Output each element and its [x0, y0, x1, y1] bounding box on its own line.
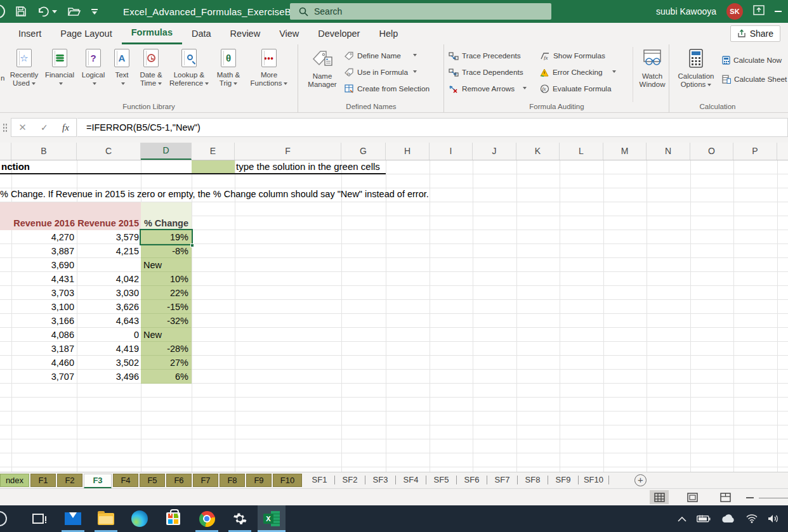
open-file-icon[interactable]: [67, 6, 81, 17]
formula-input[interactable]: =IFERROR(B5/C5-1,"New"): [77, 118, 788, 137]
date-time-button[interactable]: Date & Time: [135, 48, 167, 88]
worksheet-grid[interactable]: nction type the solution in the green ce…: [0, 160, 788, 472]
calculation-options-button[interactable]: Calculation Options: [675, 48, 717, 89]
lookup-reference-button[interactable]: Lookup & Reference: [167, 48, 211, 88]
task-view-icon[interactable]: [24, 505, 52, 532]
settings-icon[interactable]: [226, 505, 254, 532]
name-manager-button[interactable]: Name Manager: [304, 48, 341, 89]
page-layout-view-button[interactable]: [683, 490, 702, 504]
create-from-selection-button[interactable]: Create from Selection: [345, 84, 430, 93]
cell-revenue-2015[interactable]: 3,030: [77, 286, 141, 300]
tab-data[interactable]: Data: [182, 23, 221, 44]
cell-revenue-2015[interactable]: 0: [77, 328, 141, 342]
column-header-partial[interactable]: [777, 143, 788, 160]
header-percent-change[interactable]: % Change: [141, 216, 192, 230]
cell-revenue-2016[interactable]: 3,690: [11, 258, 77, 272]
sheet-tab-sf3[interactable]: SF3: [365, 474, 395, 487]
onedrive-cloud-icon[interactable]: [721, 514, 736, 523]
cell-revenue-2015[interactable]: 3,496: [77, 370, 141, 384]
recently-used-button[interactable]: ☆ Recently Used: [6, 48, 42, 88]
minimize-button[interactable]: [775, 11, 782, 12]
sheet-tab-sf1[interactable]: SF1: [305, 474, 334, 487]
cell-revenue-2016[interactable]: 3,166: [11, 314, 77, 328]
sheet-tab-index[interactable]: ndex: [0, 474, 29, 487]
undo-button[interactable]: [37, 6, 57, 17]
tray-chevron-up-icon[interactable]: [678, 516, 686, 522]
sheet-tab-sf4[interactable]: SF4: [396, 474, 426, 487]
text-button[interactable]: A Text: [109, 48, 135, 88]
tab-view[interactable]: View: [270, 23, 308, 44]
column-header-j[interactable]: J: [473, 143, 516, 160]
cell-revenue-2016[interactable]: 3,703: [11, 286, 77, 300]
page-break-preview-button[interactable]: [716, 490, 735, 504]
battery-icon[interactable]: [697, 515, 711, 522]
calculate-sheet-button[interactable]: Calculate Sheet: [722, 75, 787, 84]
microsoft-store-icon[interactable]: [159, 505, 187, 532]
show-formulas-button[interactable]: fx Show Formulas: [540, 51, 605, 60]
trace-precedents-button[interactable]: Trace Precedents: [449, 51, 521, 60]
cell-revenue-2016[interactable]: 3,100: [11, 300, 77, 314]
search-box[interactable]: Search: [290, 3, 551, 20]
chrome-icon[interactable]: [193, 505, 221, 532]
sheet-tab-sf7[interactable]: SF7: [487, 474, 517, 487]
define-name-button[interactable]: Define Name: [345, 51, 417, 60]
cell-percent-change[interactable]: 6%: [141, 370, 192, 384]
calculate-now-button[interactable]: Calculate Now: [722, 56, 782, 65]
cell-revenue-2016[interactable]: 4,431: [11, 272, 77, 286]
watch-window-button[interactable]: Watch Window: [636, 48, 668, 89]
tab-insert[interactable]: Insert: [9, 23, 51, 44]
cell-percent-change[interactable]: -15%: [141, 300, 192, 314]
avatar[interactable]: SK: [726, 3, 743, 20]
column-header-g[interactable]: G: [341, 143, 386, 160]
sheet-tab-f8[interactable]: F8: [220, 474, 245, 487]
column-header-d[interactable]: D: [141, 143, 192, 160]
column-header-o[interactable]: O: [690, 143, 733, 160]
tab-developer[interactable]: Developer: [308, 23, 369, 44]
new-sheet-button[interactable]: +: [634, 474, 647, 486]
cell-percent-change[interactable]: New: [141, 328, 192, 342]
sheet-tab-f6[interactable]: F6: [166, 474, 192, 487]
green-sample-cell[interactable]: [192, 160, 235, 173]
cell-percent-change[interactable]: -32%: [141, 314, 192, 328]
column-header-f[interactable]: F: [235, 143, 341, 160]
error-checking-button[interactable]: Error Checking: [540, 68, 616, 77]
sheet-tab-f9[interactable]: F9: [246, 474, 272, 487]
sheet-tab-f7[interactable]: F7: [193, 474, 218, 487]
evaluate-formula-button[interactable]: fx Evaluate Formula: [540, 84, 611, 93]
file-explorer-icon[interactable]: [92, 505, 120, 532]
cell-revenue-2016[interactable]: 4,460: [11, 356, 77, 370]
tab-help[interactable]: Help: [369, 23, 407, 44]
column-header-m[interactable]: M: [603, 143, 647, 160]
sheet-tab-sf9[interactable]: SF9: [548, 474, 578, 487]
header-revenue-2015[interactable]: Revenue 2015: [77, 216, 141, 230]
column-header-p[interactable]: P: [733, 143, 777, 160]
cell-revenue-2016[interactable]: 4,270: [11, 230, 77, 244]
cell-revenue-2015[interactable]: 3,579: [77, 230, 141, 244]
cell-revenue-2016[interactable]: 3,187: [11, 342, 77, 356]
logical-button[interactable]: ? Logical: [77, 48, 109, 88]
column-header-n[interactable]: N: [647, 143, 690, 160]
sheet-tab-f5[interactable]: F5: [140, 474, 165, 487]
enter-icon[interactable]: ✓: [41, 122, 48, 133]
sheet-tab-sf5[interactable]: SF5: [426, 474, 456, 487]
cell-revenue-2015[interactable]: 4,215: [77, 244, 141, 258]
sheet-tab-f2[interactable]: F2: [57, 474, 82, 487]
sheet-tab-f3-active[interactable]: F3: [84, 474, 112, 489]
column-header-l[interactable]: L: [560, 143, 603, 160]
cell-percent-change[interactable]: 10%: [141, 272, 192, 286]
column-header-h[interactable]: H: [386, 143, 430, 160]
cell-revenue-2015[interactable]: 3,626: [77, 300, 141, 314]
ribbon-display-options-icon[interactable]: [753, 5, 765, 18]
sheet-tab-f4[interactable]: F4: [113, 474, 138, 487]
column-header-partial[interactable]: [0, 143, 11, 160]
sheet-tab-sf2[interactable]: SF2: [335, 474, 365, 487]
cell-percent-change[interactable]: 22%: [141, 286, 192, 300]
excel-taskbar-icon[interactable]: X: [258, 505, 286, 532]
formula-bar-drag-handle[interactable]: [3, 123, 8, 133]
cell-revenue-2016[interactable]: 3,707: [11, 370, 77, 384]
sheet-tab-sf10[interactable]: SF10: [579, 474, 608, 487]
autosave-toggle-icon[interactable]: [0, 4, 5, 18]
share-button[interactable]: Share: [730, 25, 780, 42]
trace-dependents-button[interactable]: Trace Dependents: [449, 68, 523, 77]
column-header-i[interactable]: I: [430, 143, 473, 160]
